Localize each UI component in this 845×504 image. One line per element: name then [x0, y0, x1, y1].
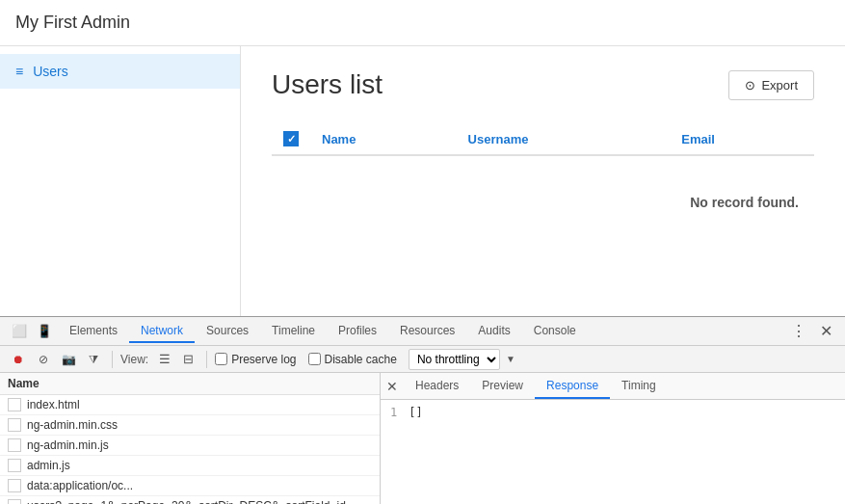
- app-title: My First Admin: [15, 13, 130, 33]
- tab-profiles[interactable]: Profiles: [327, 320, 388, 343]
- response-body: []: [409, 406, 422, 419]
- response-tab-bar: ✕ Headers Preview Response Timing: [381, 373, 845, 400]
- file-icon: [8, 398, 21, 411]
- disable-cache-checkbox[interactable]: [308, 353, 321, 365]
- col-name[interactable]: Name: [310, 123, 457, 155]
- response-tab-timing[interactable]: Timing: [610, 373, 668, 399]
- file-name: index.html: [27, 398, 372, 411]
- file-name: admin.js: [27, 459, 372, 472]
- devtools-tab-bar: ⬜ 📱 Elements Network Sources Timeline Pr…: [0, 317, 845, 346]
- file-icon: [8, 459, 21, 472]
- col-email[interactable]: Email: [670, 123, 814, 155]
- disable-cache-text: Disable cache: [325, 353, 397, 366]
- page-header: Users list ⊙ Export: [272, 69, 814, 100]
- network-file-admin-js[interactable]: admin.js: [0, 456, 380, 476]
- sidebar-item-label: Users: [33, 64, 68, 79]
- file-icon: [8, 418, 21, 432]
- devtools-body: Name index.html ng-admin.min.css ng-admi…: [0, 373, 845, 504]
- users-table: ✓ Name Username Email No record found.: [272, 123, 814, 249]
- table-header-row: ✓ Name Username Email: [272, 123, 814, 155]
- export-icon: ⊙: [745, 78, 755, 93]
- devtools-more-menu[interactable]: ⋮: [787, 320, 810, 343]
- response-tab-preview[interactable]: Preview: [470, 373, 535, 399]
- camera-button[interactable]: 📷: [58, 349, 79, 370]
- network-file-ng-admin-js[interactable]: ng-admin.min.js: [0, 436, 380, 456]
- empty-row: No record found.: [272, 155, 814, 249]
- disable-cache-label[interactable]: Disable cache: [308, 353, 397, 366]
- stop-button[interactable]: ⊘: [33, 349, 54, 370]
- view-label: View:: [120, 353, 148, 366]
- file-icon: [8, 479, 21, 492]
- tab-elements[interactable]: Elements: [58, 320, 129, 343]
- network-file-users-1[interactable]: users?_page=1&_perPage=30&_sortDir=DESC&…: [0, 496, 380, 504]
- waterfall-view-button[interactable]: ⊟: [177, 349, 198, 370]
- toolbar-divider-2: [206, 351, 207, 368]
- network-list-header: Name: [0, 373, 380, 395]
- toolbar-divider-1: [112, 351, 113, 368]
- file-icon: [8, 499, 21, 504]
- throttle-arrow-icon: ▼: [506, 354, 515, 364]
- main-layout: ≡ Users Users list ⊙ Export ✓ Name: [0, 46, 845, 316]
- tab-timeline[interactable]: Timeline: [260, 320, 327, 343]
- response-tab-response[interactable]: Response: [535, 373, 610, 399]
- filter-button[interactable]: ⧩: [83, 349, 104, 370]
- network-file-index-html[interactable]: index.html: [0, 395, 380, 415]
- network-file-list: Name index.html ng-admin.min.css ng-admi…: [0, 373, 381, 504]
- response-tab-headers[interactable]: Headers: [404, 373, 470, 399]
- preserve-log-label[interactable]: Preserve log: [215, 353, 296, 366]
- devtools-panel: ⬜ 📱 Elements Network Sources Timeline Pr…: [0, 316, 845, 504]
- tab-network[interactable]: Network: [129, 320, 195, 343]
- file-name: data:application/oc...: [27, 479, 372, 492]
- throttle-select[interactable]: No throttling: [409, 349, 500, 370]
- view-toggle: ☰ ⊟: [154, 349, 198, 370]
- export-label: Export: [761, 78, 798, 93]
- file-name: ng-admin.min.js: [27, 438, 372, 452]
- devtools-phone-icon[interactable]: 📱: [33, 320, 56, 343]
- file-name: users?_page=1&_perPage=30&_sortDir=DESC&…: [27, 499, 372, 504]
- record-button[interactable]: ⏺: [8, 349, 29, 370]
- page-title: Users list: [272, 69, 383, 100]
- preserve-log-text: Preserve log: [231, 353, 296, 366]
- tab-sources[interactable]: Sources: [195, 320, 260, 343]
- top-bar: My First Admin: [0, 0, 845, 46]
- preserve-log-checkbox[interactable]: [215, 353, 227, 365]
- file-name: ng-admin.min.css: [27, 418, 372, 432]
- devtools-close-button[interactable]: ✕: [814, 320, 837, 343]
- export-button[interactable]: ⊙ Export: [728, 70, 814, 100]
- sidebar: ≡ Users: [0, 46, 241, 316]
- response-content: 1[]: [381, 400, 845, 504]
- tab-console[interactable]: Console: [522, 320, 588, 343]
- line-number: 1: [390, 406, 397, 419]
- devtools-device-icon[interactable]: ⬜: [8, 320, 31, 343]
- select-all-checkbox[interactable]: ✓: [283, 131, 299, 146]
- file-icon: [8, 438, 21, 452]
- users-icon: ≡: [15, 64, 23, 79]
- list-view-button[interactable]: ☰: [154, 349, 175, 370]
- network-file-ng-admin-css[interactable]: ng-admin.min.css: [0, 415, 380, 436]
- no-record-message: No record found.: [272, 155, 814, 249]
- response-panel: ✕ Headers Preview Response Timing 1[]: [381, 373, 845, 504]
- tab-audits[interactable]: Audits: [466, 320, 521, 343]
- devtools-toolbar: ⏺ ⊘ 📷 ⧩ View: ☰ ⊟ Preserve log Disable c…: [0, 346, 845, 373]
- col-username[interactable]: Username: [457, 123, 671, 155]
- checkbox-header-cell: ✓: [272, 123, 310, 155]
- tab-resources[interactable]: Resources: [388, 320, 466, 343]
- response-panel-close[interactable]: ✕: [381, 375, 404, 398]
- main-content: Users list ⊙ Export ✓ Name Username Emai…: [241, 46, 845, 316]
- network-file-data[interactable]: data:application/oc...: [0, 476, 380, 496]
- sidebar-item-users[interactable]: ≡ Users: [0, 54, 240, 89]
